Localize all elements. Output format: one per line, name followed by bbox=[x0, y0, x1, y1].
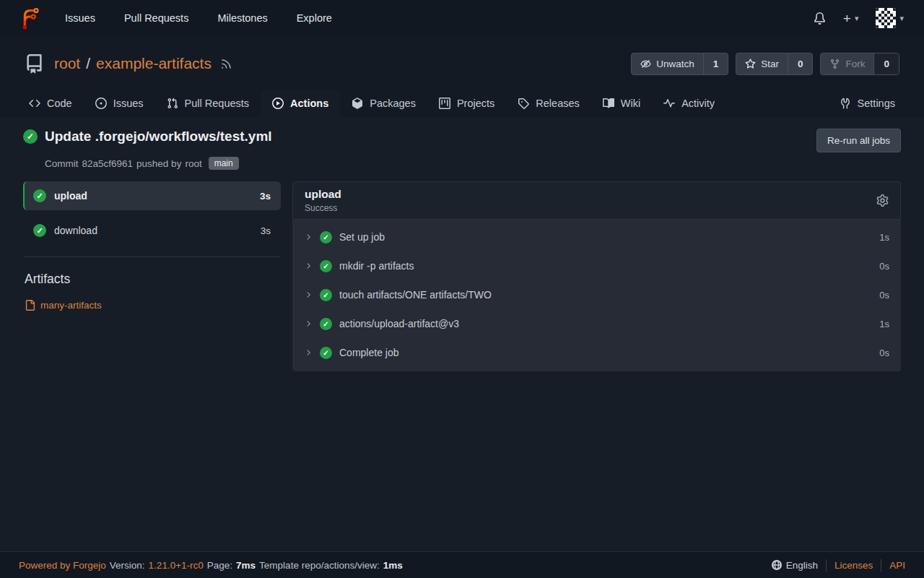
chevron-down-icon: ▾ bbox=[899, 14, 904, 23]
job-duration: 3s bbox=[260, 191, 271, 202]
job-detail-header: upload Success bbox=[292, 181, 901, 220]
chevron-right-icon bbox=[304, 233, 313, 241]
pulse-icon bbox=[663, 98, 675, 109]
tab-code[interactable]: Code bbox=[17, 90, 84, 117]
chevron-right-icon bbox=[304, 262, 313, 270]
file-icon bbox=[25, 300, 35, 311]
job-item-download[interactable]: download 3s bbox=[23, 216, 281, 245]
template-label: Template repo/actions/view: bbox=[259, 560, 380, 571]
tab-pull-requests[interactable]: Pull Requests bbox=[155, 90, 261, 117]
book-open-icon bbox=[603, 98, 614, 109]
footer: Powered by Forgejo Version: 1.21.0+1-rc0… bbox=[0, 551, 924, 578]
run-title: Update .forgejo/workflows/test.yml bbox=[45, 129, 272, 144]
gear-icon[interactable] bbox=[876, 194, 889, 207]
tools-icon bbox=[840, 98, 851, 109]
repo-header: root / example-artifacts Unwatch 1 bbox=[0, 36, 924, 117]
job-success-icon bbox=[33, 224, 46, 237]
package-icon bbox=[352, 98, 363, 109]
top-navbar: Issues Pull Requests Milestones Explore … bbox=[0, 0, 924, 36]
fork-button[interactable]: Fork 0 bbox=[820, 53, 899, 75]
licenses-link[interactable]: Licenses bbox=[834, 560, 873, 571]
job-duration: 3s bbox=[261, 225, 271, 236]
divider bbox=[881, 559, 881, 571]
tab-issues[interactable]: Issues bbox=[84, 90, 155, 117]
avatar bbox=[876, 8, 896, 28]
tab-wiki[interactable]: Wiki bbox=[591, 90, 652, 117]
rerun-all-jobs-button[interactable]: Re-run all jobs bbox=[816, 129, 901, 152]
forgejo-logo-icon[interactable] bbox=[17, 6, 42, 30]
chevron-down-icon: ▾ bbox=[855, 14, 859, 23]
run-success-icon bbox=[23, 129, 38, 144]
repo-book-icon bbox=[25, 54, 44, 74]
chevron-right-icon bbox=[304, 348, 313, 357]
watch-count[interactable]: 1 bbox=[703, 53, 728, 74]
page-label: Page: bbox=[207, 560, 232, 571]
version-label: Version: bbox=[110, 560, 145, 571]
api-link[interactable]: API bbox=[889, 560, 905, 571]
step-success-icon bbox=[320, 231, 332, 243]
tab-activity[interactable]: Activity bbox=[652, 90, 726, 117]
tab-settings[interactable]: Settings bbox=[828, 90, 907, 117]
rss-icon[interactable] bbox=[220, 58, 232, 70]
repo-tabs: Code Issues Pull Requests Actions Packag… bbox=[0, 87, 924, 117]
step-row-touch[interactable]: touch artifacts/ONE artifacts/TWO 0s bbox=[292, 280, 901, 309]
step-row-mkdir[interactable]: mkdir -p artifacts 0s bbox=[292, 251, 901, 280]
step-success-icon bbox=[320, 260, 332, 272]
chevron-right-icon bbox=[304, 319, 313, 328]
commit-author[interactable]: root bbox=[185, 158, 201, 169]
commit-hash[interactable]: 82a5cf6961 bbox=[82, 158, 134, 169]
job-detail-panel: upload Success Set up job 1s mkdir -p bbox=[292, 181, 901, 371]
artifacts-heading: Artifacts bbox=[25, 272, 281, 287]
language-selector[interactable]: English bbox=[772, 560, 818, 571]
page-time: 7ms bbox=[236, 560, 256, 571]
step-duration: 0s bbox=[879, 261, 889, 272]
step-row-complete[interactable]: Complete job 0s bbox=[292, 338, 901, 367]
repo-breadcrumb: root / example-artifacts bbox=[54, 55, 212, 72]
unwatch-button[interactable]: Unwatch 1 bbox=[631, 53, 728, 75]
run-view: Update .forgejo/workflows/test.yml Re-ru… bbox=[0, 117, 924, 551]
sidebar-divider bbox=[25, 256, 279, 257]
tab-packages[interactable]: Packages bbox=[340, 90, 427, 117]
powered-by-link[interactable]: Powered by Forgejo bbox=[19, 560, 106, 571]
step-duration: 1s bbox=[879, 232, 889, 243]
star-count[interactable]: 0 bbox=[788, 53, 813, 74]
repo-name-link[interactable]: example-artifacts bbox=[96, 55, 212, 72]
job-success-icon bbox=[33, 189, 46, 202]
nav-link-explore[interactable]: Explore bbox=[282, 12, 346, 24]
tab-actions[interactable]: Actions bbox=[261, 90, 340, 117]
job-status: Success bbox=[305, 203, 341, 213]
template-time: 1ms bbox=[383, 560, 403, 571]
step-success-icon bbox=[320, 347, 332, 359]
tab-projects[interactable]: Projects bbox=[427, 90, 506, 117]
step-duration: 0s bbox=[879, 348, 889, 358]
fork-count[interactable]: 0 bbox=[873, 53, 899, 74]
job-sidebar: upload 3s download 3s Artifacts many-art… bbox=[23, 181, 281, 311]
fork-icon bbox=[829, 59, 840, 69]
repo-owner-link[interactable]: root bbox=[54, 55, 80, 72]
user-menu-dropdown[interactable]: ▾ bbox=[876, 8, 904, 28]
job-item-upload[interactable]: upload 3s bbox=[23, 181, 281, 210]
eye-slash-icon bbox=[640, 59, 651, 69]
step-row-upload-artifact[interactable]: actions/upload-artifact@v3 1s bbox=[292, 309, 901, 338]
breadcrumb-separator: / bbox=[86, 55, 90, 72]
job-detail-name: upload bbox=[305, 188, 341, 201]
tab-releases[interactable]: Releases bbox=[506, 90, 590, 117]
commit-summary: Commit 82a5cf6961 pushed by root main bbox=[45, 157, 901, 170]
nav-link-milestones[interactable]: Milestones bbox=[203, 12, 282, 24]
version-link[interactable]: 1.21.0+1-rc0 bbox=[149, 560, 204, 571]
create-new-dropdown[interactable]: + ▾ bbox=[843, 12, 859, 25]
divider bbox=[826, 559, 827, 571]
star-button[interactable]: Star 0 bbox=[736, 53, 813, 75]
branch-badge[interactable]: main bbox=[209, 157, 239, 170]
notifications-bell-icon[interactable] bbox=[814, 12, 826, 25]
chevron-right-icon bbox=[304, 290, 313, 299]
step-success-icon bbox=[320, 318, 332, 330]
project-board-icon bbox=[439, 98, 450, 109]
step-duration: 1s bbox=[879, 319, 889, 329]
play-circle-icon bbox=[272, 98, 284, 109]
pull-request-icon bbox=[167, 98, 178, 109]
nav-link-pull-requests[interactable]: Pull Requests bbox=[110, 12, 203, 24]
step-row-setup[interactable]: Set up job 1s bbox=[292, 223, 901, 251]
nav-link-issues[interactable]: Issues bbox=[51, 12, 110, 24]
artifact-link-many-artifacts[interactable]: many-artifacts bbox=[25, 300, 281, 311]
